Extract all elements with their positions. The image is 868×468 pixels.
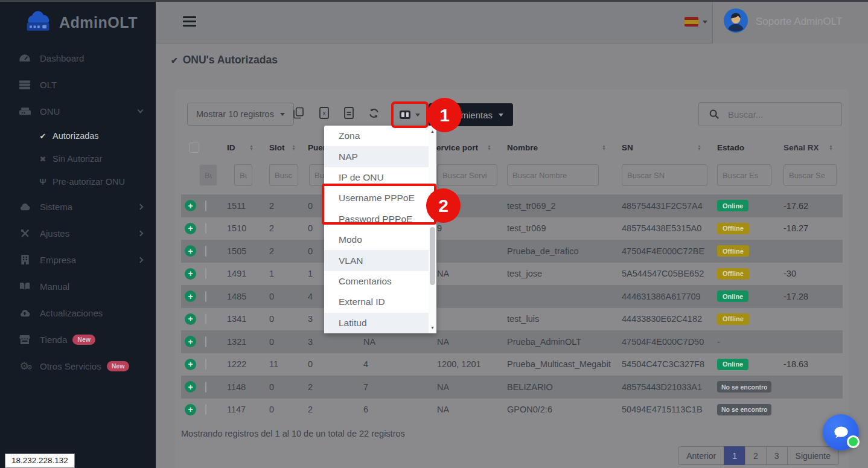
sidebar-item-empresa[interactable]: Empresa bbox=[0, 246, 156, 273]
sidebar-item-onu[interactable]: ONU bbox=[0, 98, 156, 124]
sidebar-item-manual[interactable]: Manual bbox=[0, 273, 156, 300]
row-checkbox[interactable] bbox=[205, 246, 206, 257]
dropdown-scrollbar[interactable]: ▲ ▼ bbox=[429, 126, 436, 333]
sidebar-item-otros-servicios[interactable]: ⚙⚙Otros ServiciosNew bbox=[0, 353, 156, 379]
column-header[interactable]: Nombre▲▼ bbox=[501, 143, 616, 152]
sidebar-item-dashboard[interactable]: Dashboard bbox=[0, 45, 156, 71]
row-checkbox[interactable] bbox=[205, 404, 206, 415]
column-filter-input[interactable] bbox=[269, 164, 298, 186]
dropdown-item-vlan[interactable]: VLAN bbox=[324, 250, 436, 271]
column-filter-input[interactable] bbox=[199, 164, 217, 186]
dropdown-item-comentarios[interactable]: Comentarios bbox=[324, 271, 436, 292]
sidebar-item-ajustes[interactable]: Ajustes bbox=[0, 220, 156, 246]
scrollbar-thumb[interactable] bbox=[430, 227, 435, 285]
pagination-anterior[interactable]: Anterior bbox=[678, 446, 724, 465]
cell-id: 1147 bbox=[227, 405, 263, 414]
expand-row-button[interactable]: + bbox=[185, 359, 196, 370]
column-header[interactable]: Estado bbox=[711, 143, 777, 152]
excel-export-button[interactable]: x bbox=[319, 107, 329, 121]
sort-icon[interactable]: ▲▼ bbox=[487, 144, 491, 150]
row-checkbox[interactable] bbox=[205, 359, 206, 370]
chat-widget-button[interactable] bbox=[823, 414, 859, 450]
column-filter-input[interactable] bbox=[507, 164, 599, 186]
sidebar-item-label: Sin Autorizar bbox=[53, 154, 102, 164]
sidebar-item-actualizaciones[interactable]: Actualizaciones bbox=[0, 300, 156, 326]
table-row: +150520Prueba_de_trafico47504F4E000C72BE… bbox=[181, 240, 843, 263]
expand-row-button[interactable]: + bbox=[185, 223, 196, 234]
column-header[interactable]: ID▲▼ bbox=[227, 143, 263, 152]
file-export-button[interactable] bbox=[344, 107, 354, 121]
sort-icon[interactable]: ▲▼ bbox=[602, 144, 606, 150]
column-header[interactable]: Slot▲▼ bbox=[263, 143, 305, 152]
row-checkbox[interactable] bbox=[205, 336, 206, 347]
expand-row-button[interactable]: + bbox=[185, 268, 196, 280]
scroll-down-icon[interactable]: ▼ bbox=[429, 323, 436, 332]
svg-text:x: x bbox=[323, 110, 326, 117]
cell-slot: 1 bbox=[263, 269, 305, 278]
sort-icon[interactable]: ▲▼ bbox=[292, 144, 296, 150]
table-header-row: ID▲▼Slot▲▼Puerto▲▼Service port▲▼Nombre▲▼… bbox=[181, 136, 843, 158]
column-filter-input[interactable] bbox=[437, 164, 497, 186]
row-checkbox[interactable] bbox=[205, 382, 206, 393]
search-box bbox=[698, 102, 842, 126]
column-filter-input[interactable] bbox=[783, 164, 837, 186]
pagination-siguiente[interactable]: Siguiente bbox=[787, 446, 839, 465]
column-filter-input[interactable] bbox=[717, 164, 771, 186]
sort-icon[interactable]: ▲▼ bbox=[829, 144, 833, 150]
column-filter-input[interactable] bbox=[234, 164, 252, 186]
pagination-2[interactable]: 2 bbox=[745, 446, 767, 465]
app-window: AdminOLT DashboardOLTONU✔Autorizadas✖Sin… bbox=[0, 0, 868, 468]
dropdown-item-latitud[interactable]: Latitud bbox=[324, 313, 436, 333]
sidebar-item-tienda[interactable]: TiendaNew bbox=[0, 326, 156, 353]
sidebar-item-autorizadas[interactable]: ✔Autorizadas bbox=[0, 124, 156, 147]
row-checkbox[interactable] bbox=[205, 223, 206, 234]
cell-slot: 2 bbox=[263, 201, 305, 211]
expand-row-button[interactable]: + bbox=[185, 381, 196, 393]
expand-row-button[interactable]: + bbox=[185, 200, 196, 211]
expand-row-button[interactable]: + bbox=[185, 245, 196, 257]
menu-toggle-icon[interactable] bbox=[183, 16, 196, 29]
row-checkbox[interactable] bbox=[205, 200, 206, 211]
expand-row-button[interactable]: + bbox=[185, 404, 196, 415]
dropdown-item-nap[interactable]: NAP bbox=[324, 146, 436, 167]
check-icon: ✔ bbox=[171, 56, 178, 65]
chevron-down-icon bbox=[138, 107, 144, 114]
sort-icon[interactable]: ▲▼ bbox=[249, 144, 254, 150]
copy-button[interactable] bbox=[293, 107, 304, 121]
row-checkbox[interactable] bbox=[205, 268, 206, 279]
page-length-label: Mostrar 10 registros bbox=[196, 109, 274, 119]
cell-estado: Offline bbox=[711, 245, 777, 257]
sidebar-item-pre-autorizar-onu[interactable]: ΨPre-autorizar ONU bbox=[0, 170, 156, 193]
sort-icon[interactable]: ▲▼ bbox=[697, 144, 701, 150]
search-input[interactable] bbox=[727, 109, 829, 120]
dropdown-item-zona[interactable]: Zona bbox=[324, 126, 436, 146]
column-header-label: Slot bbox=[269, 143, 285, 152]
expand-row-button[interactable]: + bbox=[185, 290, 196, 302]
sidebar-item-sin-autorizar[interactable]: ✖Sin Autorizar bbox=[0, 147, 156, 170]
column-filter-input[interactable] bbox=[622, 164, 707, 186]
language-selector[interactable] bbox=[685, 17, 707, 27]
sidebar-item-label: OLT bbox=[40, 80, 57, 90]
column-header[interactable]: SN▲▼ bbox=[616, 143, 711, 152]
chevron-down-icon bbox=[703, 21, 707, 24]
sidebar-item-label: Pre-autorizar ONU bbox=[53, 177, 125, 187]
expand-row-button[interactable]: + bbox=[185, 313, 196, 325]
cell-id: 1222 bbox=[227, 359, 263, 369]
dropdown-item-modo[interactable]: Modo bbox=[324, 229, 436, 250]
user-menu[interactable]: Soporte AdminOLT bbox=[712, 0, 868, 43]
row-checkbox[interactable] bbox=[205, 313, 206, 324]
app-logo[interactable]: AdminOLT bbox=[0, 0, 156, 45]
sidebar-item-olt[interactable]: OLT bbox=[0, 71, 156, 98]
store-icon bbox=[19, 335, 31, 344]
pagination-1[interactable]: 1 bbox=[724, 446, 745, 465]
cell-id: 1485 bbox=[227, 292, 263, 301]
column-header[interactable]: Señal RX▲▼ bbox=[777, 143, 843, 152]
page-length-select[interactable]: Mostrar 10 registros bbox=[187, 103, 294, 126]
refresh-button[interactable] bbox=[368, 107, 380, 121]
sidebar-item-sistema[interactable]: Sistema bbox=[0, 193, 156, 220]
row-checkbox[interactable] bbox=[205, 291, 206, 302]
dropdown-item-external-id[interactable]: External ID bbox=[324, 292, 436, 312]
expand-row-button[interactable]: + bbox=[185, 336, 196, 347]
pagination-3[interactable]: 3 bbox=[766, 446, 788, 465]
select-all-checkbox[interactable] bbox=[189, 143, 199, 153]
